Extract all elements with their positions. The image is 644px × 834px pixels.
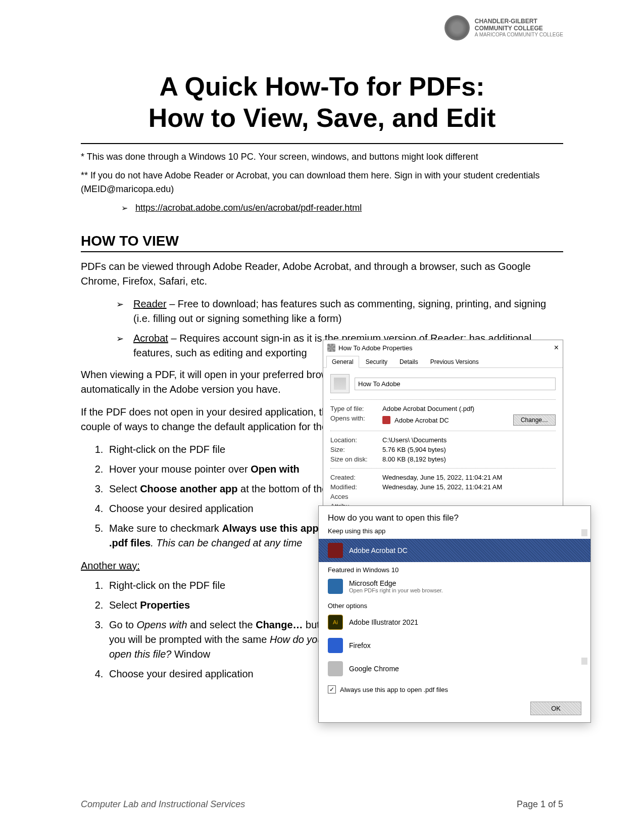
- label-accessed-cutoff: Acces: [330, 493, 378, 500]
- value-size-on-disk: 8.00 KB (8,192 bytes): [382, 455, 556, 463]
- open-with-option-edge[interactable]: Microsoft Edge Open PDFs right in your w…: [319, 575, 590, 598]
- tab-security[interactable]: Security: [360, 356, 393, 368]
- footer-page-number: Page 1 of 5: [517, 799, 563, 810]
- open-with-dialog: How do you want to open this file? Keep …: [318, 505, 591, 723]
- acrobat-icon: [328, 543, 343, 558]
- label-size-on-disk: Size on disk:: [330, 455, 378, 463]
- note-download: ** If you do not have Adobe Reader or Ac…: [81, 169, 563, 196]
- illustrator-icon: Ai: [328, 615, 343, 630]
- scroll-up-icon[interactable]: [581, 529, 587, 536]
- value-modified: Wednesday, June 15, 2022, 11:04:21 AM: [382, 483, 556, 491]
- value-created: Wednesday, June 15, 2022, 11:04:21 AM: [382, 474, 556, 481]
- properties-title-icon: [327, 344, 335, 352]
- title-divider: [81, 143, 563, 144]
- bullet-reader: Reader – Free to download; has features …: [116, 297, 563, 326]
- open-with-heading: How do you want to open this file?: [319, 506, 590, 526]
- file-properties-dialog: How To Adobe Properties × General Securi…: [323, 340, 563, 519]
- adobe-download-link[interactable]: https://acrobat.adobe.com/us/en/acrobat/…: [135, 203, 362, 213]
- acrobat-app-icon: [382, 416, 390, 424]
- tab-previous-versions[interactable]: Previous Versions: [425, 356, 484, 368]
- open-with-other-label: Other options: [319, 598, 590, 611]
- open-with-option-firefox[interactable]: Firefox: [319, 634, 590, 657]
- open-with-option-chrome[interactable]: Google Chrome: [319, 657, 590, 680]
- open-with-option-illustrator[interactable]: Ai Adobe Illustrator 2021: [319, 611, 590, 634]
- logo-seal-icon: [444, 15, 470, 40]
- note-windows: * This was done through a Windows 10 PC.…: [81, 150, 563, 164]
- tab-details[interactable]: Details: [394, 356, 424, 368]
- file-name-input[interactable]: How To Adobe: [355, 378, 556, 390]
- close-icon[interactable]: ×: [554, 343, 559, 352]
- value-location: C:\Users\ \Documents: [382, 436, 556, 444]
- file-type-icon: [330, 374, 350, 393]
- value-opens-with: Adobe Acrobat DC: [394, 416, 449, 424]
- always-use-label: Always use this app to open .pdf files: [340, 686, 448, 693]
- logo-text: CHANDLER-GILBERT COMMUNITY COLLEGE A MAR…: [475, 18, 563, 37]
- section-divider: [81, 251, 563, 252]
- open-with-featured-label: Featured in Windows 10: [319, 562, 590, 575]
- open-with-keep-using-label: Keep using this app: [319, 526, 590, 539]
- edge-icon: [328, 579, 343, 594]
- properties-tabs: General Security Details Previous Versio…: [323, 355, 563, 368]
- scroll-down-icon[interactable]: [581, 658, 587, 665]
- label-size: Size:: [330, 446, 378, 453]
- page-title: A Quick How-To for PDFs: How to View, Sa…: [81, 71, 563, 134]
- download-link-row: https://acrobat.adobe.com/us/en/acrobat/…: [121, 201, 563, 215]
- section-heading-how-to-view: HOW TO VIEW: [81, 233, 563, 249]
- ok-button[interactable]: OK: [530, 702, 581, 715]
- tab-general[interactable]: General: [326, 356, 359, 368]
- chrome-icon: [328, 661, 343, 676]
- value-size: 5.76 KB (5,904 bytes): [382, 446, 556, 453]
- label-created: Created:: [330, 474, 378, 481]
- label-opens-with: Opens with:: [330, 414, 378, 426]
- footer-department: Computer Lab and Instructional Services: [81, 799, 245, 810]
- always-use-checkbox[interactable]: ✓: [328, 685, 336, 693]
- label-type-of-file: Type of file:: [330, 405, 378, 412]
- open-with-option-acrobat[interactable]: Adobe Acrobat DC: [319, 539, 590, 562]
- view-intro: PDFs can be viewed through Adobe Reader,…: [81, 259, 563, 289]
- firefox-icon: [328, 638, 343, 653]
- institution-logo: CHANDLER-GILBERT COMMUNITY COLLEGE A MAR…: [444, 15, 563, 40]
- properties-title: How To Adobe Properties: [338, 344, 412, 352]
- value-type-of-file: Adobe Acrobat Document (.pdf): [382, 405, 556, 412]
- label-modified: Modified:: [330, 483, 378, 491]
- change-button[interactable]: Change…: [513, 414, 556, 426]
- label-location: Location:: [330, 436, 378, 444]
